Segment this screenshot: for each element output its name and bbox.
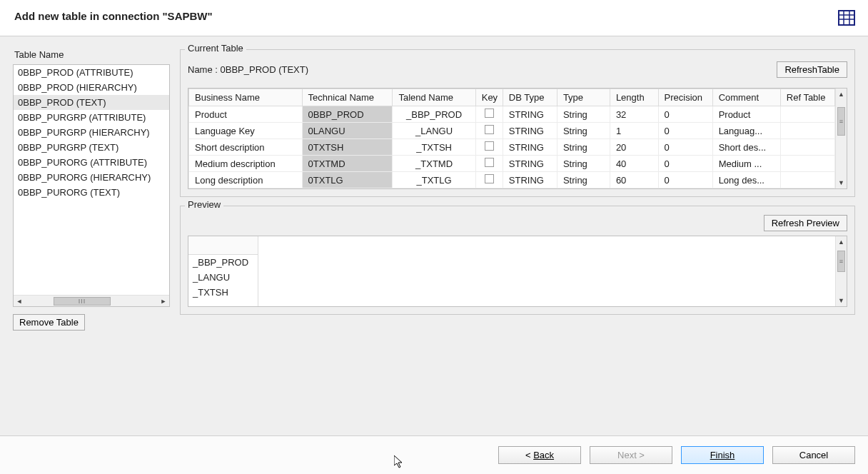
scroll-down-icon[interactable]: ▼ [836, 177, 847, 188]
cell-ref[interactable] [780, 106, 834, 123]
col-business-name[interactable]: Business Name [189, 89, 303, 106]
horizontal-scrollbar[interactable]: ◄ III ► [14, 295, 169, 306]
checkbox-icon[interactable] [485, 141, 494, 151]
col-talend-name[interactable]: Talend Name [393, 89, 475, 106]
list-item[interactable]: 0BBP_PURGRP (TEXT) [14, 140, 169, 155]
cell-precision[interactable]: 0 [658, 156, 712, 172]
cell-length[interactable]: 32 [610, 106, 658, 123]
checkbox-icon[interactable] [485, 125, 494, 134]
scrollbar-thumb[interactable]: ≡ [837, 251, 845, 272]
cell-technical[interactable]: 0LANGU [302, 123, 393, 139]
list-item[interactable]: 0BBP_PURGRP (HIERARCHY) [14, 125, 169, 140]
col-type[interactable]: Type [557, 89, 610, 106]
list-item[interactable]: 0BBP_PURORG (ATTRIBUTE) [14, 155, 169, 170]
checkbox-icon[interactable] [485, 158, 494, 167]
cell-business[interactable]: Medium description [189, 156, 303, 172]
cell-precision[interactable]: 0 [658, 172, 712, 188]
table-row[interactable]: Language Key0LANGU_LANGUSTRINGString10La… [189, 123, 835, 139]
scrollbar-thumb[interactable]: III [54, 297, 111, 306]
cancel-button[interactable]: Cancel [772, 446, 855, 464]
list-item[interactable]: 0BBP_PROD (TEXT) [14, 95, 169, 110]
remove-table-button[interactable]: Remove Table [13, 314, 85, 331]
cell-comment[interactable]: Long des... [712, 172, 780, 188]
col-length[interactable]: Length [610, 89, 658, 106]
cell-type[interactable]: String [557, 106, 610, 123]
cell-business[interactable]: Product [189, 106, 303, 123]
cell-ref[interactable] [780, 123, 834, 139]
col-comment[interactable]: Comment [712, 89, 780, 106]
list-item[interactable]: 0BBP_PROD (ATTRIBUTE) [14, 65, 169, 80]
col-key[interactable]: Key [475, 89, 503, 106]
cell-technical[interactable]: 0TXTSH [302, 139, 393, 156]
cell-type[interactable]: String [557, 139, 610, 156]
cell-length[interactable]: 1 [610, 123, 658, 139]
list-item[interactable]: 0BBP_PURORG (TEXT) [14, 185, 169, 200]
cell-ref[interactable] [780, 172, 834, 188]
cell-precision[interactable]: 0 [658, 139, 712, 156]
cell-precision[interactable]: 0 [658, 106, 712, 123]
col-db-type[interactable]: DB Type [503, 89, 557, 106]
table-row[interactable]: Product0BBP_PROD_BBP_PRODSTRINGString320… [189, 106, 835, 123]
cell-comment[interactable]: Medium ... [712, 156, 780, 172]
scrollbar-thumb[interactable]: ≡ [837, 107, 845, 136]
col-precision[interactable]: Precision [658, 89, 712, 106]
cell-technical[interactable]: 0TXTLG [302, 172, 393, 188]
cell-key[interactable] [475, 106, 503, 123]
schema-table[interactable]: Business Name Technical Name Talend Name… [188, 89, 835, 188]
scroll-right-icon[interactable]: ► [158, 296, 169, 307]
cell-comment[interactable]: Languag... [712, 123, 780, 139]
cell-dbtype[interactable]: STRING [503, 106, 557, 123]
cell-precision[interactable]: 0 [658, 123, 712, 139]
preview-row[interactable]: _TXTSH [188, 285, 258, 300]
scroll-down-icon[interactable]: ▼ [836, 295, 847, 306]
refresh-preview-button[interactable]: Refresh Preview [764, 215, 847, 231]
cell-key[interactable] [475, 172, 503, 188]
cell-length[interactable]: 20 [610, 139, 658, 156]
cell-length[interactable]: 60 [610, 172, 658, 188]
cell-type[interactable]: String [557, 172, 610, 188]
checkbox-icon[interactable] [485, 174, 494, 183]
col-ref-table[interactable]: Ref Table [780, 89, 834, 106]
cell-business[interactable]: Long description [189, 172, 303, 188]
preview-table[interactable]: _BBP_PROD _LANGU _TXTSH ▲ ≡ ▼ [188, 236, 847, 307]
table-row[interactable]: Short description0TXTSH_TXTSHSTRINGStrin… [189, 139, 835, 156]
back-button[interactable]: < Back [498, 446, 581, 464]
cell-key[interactable] [475, 139, 503, 156]
col-technical-name[interactable]: Technical Name [302, 89, 393, 106]
cell-ref[interactable] [780, 156, 834, 172]
cell-business[interactable]: Short description [189, 139, 303, 156]
checkbox-icon[interactable] [485, 109, 494, 118]
vertical-scrollbar[interactable]: ▲ ≡ ▼ [835, 236, 847, 306]
cell-technical[interactable]: 0BBP_PROD [302, 106, 393, 123]
preview-row[interactable]: _BBP_PROD [188, 255, 258, 270]
cell-comment[interactable]: Short des... [712, 139, 780, 156]
cell-talend[interactable]: _TXTMD [393, 156, 475, 172]
cell-dbtype[interactable]: STRING [503, 123, 557, 139]
cell-length[interactable]: 40 [610, 156, 658, 172]
cell-dbtype[interactable]: STRING [503, 156, 557, 172]
refresh-table-button[interactable]: RefreshTable [777, 61, 847, 78]
cell-dbtype[interactable]: STRING [503, 172, 557, 188]
preview-row[interactable]: _LANGU [188, 270, 258, 285]
finish-button[interactable]: Finish [681, 446, 764, 464]
table-name-list[interactable]: 0BBP_PROD (ATTRIBUTE) 0BBP_PROD (HIERARC… [13, 64, 170, 307]
cell-type[interactable]: String [557, 123, 610, 139]
scroll-up-icon[interactable]: ▲ [836, 236, 847, 248]
table-row[interactable]: Long description0TXTLG_TXTLGSTRINGString… [189, 172, 835, 188]
table-row[interactable]: Medium description0TXTMD_TXTMDSTRINGStri… [189, 156, 835, 172]
cell-technical[interactable]: 0TXTMD [302, 156, 393, 172]
cell-talend[interactable]: _TXTSH [393, 139, 475, 156]
cell-dbtype[interactable]: STRING [503, 139, 557, 156]
vertical-scrollbar[interactable]: ▲ ≡ ▼ [835, 89, 847, 188]
cell-talend[interactable]: _TXTLG [393, 172, 475, 188]
cell-business[interactable]: Language Key [189, 123, 303, 139]
scroll-up-icon[interactable]: ▲ [836, 89, 847, 100]
cell-comment[interactable]: Product [712, 106, 780, 123]
cell-type[interactable]: String [557, 156, 610, 172]
list-item[interactable]: 0BBP_PURGRP (ATTRIBUTE) [14, 110, 169, 125]
cell-key[interactable] [475, 156, 503, 172]
cell-key[interactable] [475, 123, 503, 139]
scroll-left-icon[interactable]: ◄ [14, 296, 25, 307]
cell-talend[interactable]: _LANGU [393, 123, 475, 139]
list-item[interactable]: 0BBP_PURORG (HIERARCHY) [14, 170, 169, 185]
